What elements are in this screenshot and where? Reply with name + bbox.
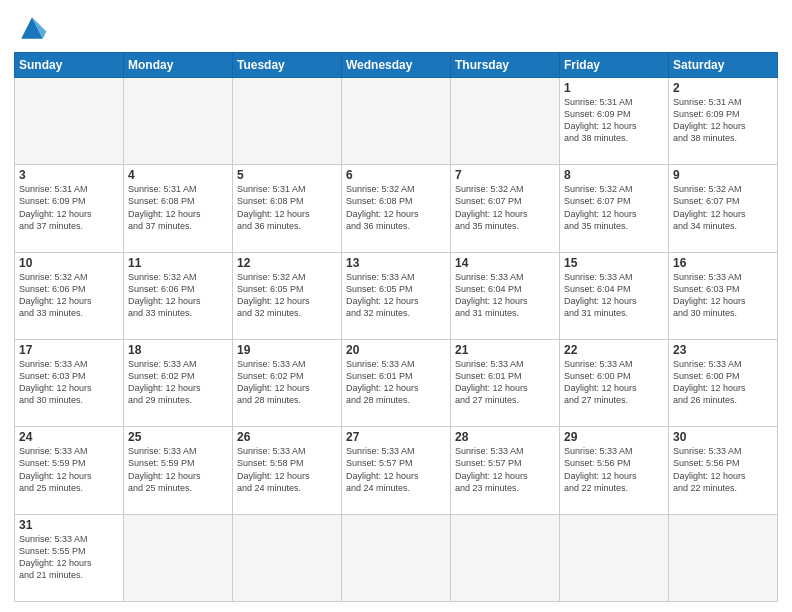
calendar-cell xyxy=(560,514,669,601)
calendar-cell: 31Sunrise: 5:33 AM Sunset: 5:55 PM Dayli… xyxy=(15,514,124,601)
day-number: 21 xyxy=(455,343,555,357)
header xyxy=(14,10,778,46)
day-info: Sunrise: 5:33 AM Sunset: 5:55 PM Dayligh… xyxy=(19,533,119,582)
calendar-cell: 3Sunrise: 5:31 AM Sunset: 6:09 PM Daylig… xyxy=(15,165,124,252)
day-number: 23 xyxy=(673,343,773,357)
day-info: Sunrise: 5:33 AM Sunset: 6:04 PM Dayligh… xyxy=(564,271,664,320)
day-info: Sunrise: 5:33 AM Sunset: 5:56 PM Dayligh… xyxy=(673,445,773,494)
calendar-cell: 4Sunrise: 5:31 AM Sunset: 6:08 PM Daylig… xyxy=(124,165,233,252)
day-number: 15 xyxy=(564,256,664,270)
weekday-header-friday: Friday xyxy=(560,53,669,78)
calendar-cell: 8Sunrise: 5:32 AM Sunset: 6:07 PM Daylig… xyxy=(560,165,669,252)
weekday-header-wednesday: Wednesday xyxy=(342,53,451,78)
day-info: Sunrise: 5:33 AM Sunset: 6:02 PM Dayligh… xyxy=(128,358,228,407)
calendar-cell: 24Sunrise: 5:33 AM Sunset: 5:59 PM Dayli… xyxy=(15,427,124,514)
day-number: 14 xyxy=(455,256,555,270)
day-number: 2 xyxy=(673,81,773,95)
weekday-header-row: SundayMondayTuesdayWednesdayThursdayFrid… xyxy=(15,53,778,78)
calendar-cell xyxy=(451,514,560,601)
weekday-header-monday: Monday xyxy=(124,53,233,78)
day-number: 26 xyxy=(237,430,337,444)
calendar-cell: 20Sunrise: 5:33 AM Sunset: 6:01 PM Dayli… xyxy=(342,339,451,426)
day-info: Sunrise: 5:33 AM Sunset: 6:03 PM Dayligh… xyxy=(19,358,119,407)
day-number: 3 xyxy=(19,168,119,182)
calendar-cell: 6Sunrise: 5:32 AM Sunset: 6:08 PM Daylig… xyxy=(342,165,451,252)
calendar-cell xyxy=(15,78,124,165)
day-info: Sunrise: 5:32 AM Sunset: 6:07 PM Dayligh… xyxy=(455,183,555,232)
calendar-cell: 5Sunrise: 5:31 AM Sunset: 6:08 PM Daylig… xyxy=(233,165,342,252)
calendar-cell: 16Sunrise: 5:33 AM Sunset: 6:03 PM Dayli… xyxy=(669,252,778,339)
weekday-header-saturday: Saturday xyxy=(669,53,778,78)
day-number: 19 xyxy=(237,343,337,357)
day-number: 20 xyxy=(346,343,446,357)
calendar-cell: 18Sunrise: 5:33 AM Sunset: 6:02 PM Dayli… xyxy=(124,339,233,426)
day-number: 5 xyxy=(237,168,337,182)
day-info: Sunrise: 5:33 AM Sunset: 6:00 PM Dayligh… xyxy=(673,358,773,407)
day-info: Sunrise: 5:31 AM Sunset: 6:08 PM Dayligh… xyxy=(237,183,337,232)
calendar-cell: 23Sunrise: 5:33 AM Sunset: 6:00 PM Dayli… xyxy=(669,339,778,426)
calendar-cell: 14Sunrise: 5:33 AM Sunset: 6:04 PM Dayli… xyxy=(451,252,560,339)
day-number: 1 xyxy=(564,81,664,95)
calendar-week-1: 3Sunrise: 5:31 AM Sunset: 6:09 PM Daylig… xyxy=(15,165,778,252)
day-number: 8 xyxy=(564,168,664,182)
calendar-cell: 22Sunrise: 5:33 AM Sunset: 6:00 PM Dayli… xyxy=(560,339,669,426)
calendar-cell: 11Sunrise: 5:32 AM Sunset: 6:06 PM Dayli… xyxy=(124,252,233,339)
day-info: Sunrise: 5:33 AM Sunset: 5:58 PM Dayligh… xyxy=(237,445,337,494)
day-number: 13 xyxy=(346,256,446,270)
day-info: Sunrise: 5:33 AM Sunset: 6:00 PM Dayligh… xyxy=(564,358,664,407)
day-info: Sunrise: 5:32 AM Sunset: 6:06 PM Dayligh… xyxy=(128,271,228,320)
calendar-cell: 15Sunrise: 5:33 AM Sunset: 6:04 PM Dayli… xyxy=(560,252,669,339)
generalblue-logo-icon xyxy=(14,10,50,46)
calendar-table: SundayMondayTuesdayWednesdayThursdayFrid… xyxy=(14,52,778,602)
day-info: Sunrise: 5:33 AM Sunset: 5:57 PM Dayligh… xyxy=(455,445,555,494)
calendar-cell xyxy=(233,514,342,601)
calendar-week-0: 1Sunrise: 5:31 AM Sunset: 6:09 PM Daylig… xyxy=(15,78,778,165)
weekday-header-tuesday: Tuesday xyxy=(233,53,342,78)
calendar-week-4: 24Sunrise: 5:33 AM Sunset: 5:59 PM Dayli… xyxy=(15,427,778,514)
day-number: 11 xyxy=(128,256,228,270)
day-info: Sunrise: 5:33 AM Sunset: 6:01 PM Dayligh… xyxy=(455,358,555,407)
calendar-cell: 30Sunrise: 5:33 AM Sunset: 5:56 PM Dayli… xyxy=(669,427,778,514)
calendar-header: SundayMondayTuesdayWednesdayThursdayFrid… xyxy=(15,53,778,78)
calendar-cell: 7Sunrise: 5:32 AM Sunset: 6:07 PM Daylig… xyxy=(451,165,560,252)
calendar-cell xyxy=(124,78,233,165)
day-number: 9 xyxy=(673,168,773,182)
day-info: Sunrise: 5:32 AM Sunset: 6:07 PM Dayligh… xyxy=(564,183,664,232)
day-number: 10 xyxy=(19,256,119,270)
day-info: Sunrise: 5:33 AM Sunset: 6:05 PM Dayligh… xyxy=(346,271,446,320)
day-info: Sunrise: 5:33 AM Sunset: 6:03 PM Dayligh… xyxy=(673,271,773,320)
day-number: 30 xyxy=(673,430,773,444)
calendar-cell: 21Sunrise: 5:33 AM Sunset: 6:01 PM Dayli… xyxy=(451,339,560,426)
day-number: 4 xyxy=(128,168,228,182)
weekday-header-sunday: Sunday xyxy=(15,53,124,78)
logo xyxy=(14,10,54,46)
calendar-cell: 13Sunrise: 5:33 AM Sunset: 6:05 PM Dayli… xyxy=(342,252,451,339)
calendar-cell: 12Sunrise: 5:32 AM Sunset: 6:05 PM Dayli… xyxy=(233,252,342,339)
day-number: 22 xyxy=(564,343,664,357)
day-number: 27 xyxy=(346,430,446,444)
day-info: Sunrise: 5:33 AM Sunset: 5:57 PM Dayligh… xyxy=(346,445,446,494)
day-info: Sunrise: 5:31 AM Sunset: 6:08 PM Dayligh… xyxy=(128,183,228,232)
day-info: Sunrise: 5:33 AM Sunset: 6:01 PM Dayligh… xyxy=(346,358,446,407)
day-number: 17 xyxy=(19,343,119,357)
day-number: 29 xyxy=(564,430,664,444)
page: SundayMondayTuesdayWednesdayThursdayFrid… xyxy=(0,0,792,612)
day-info: Sunrise: 5:32 AM Sunset: 6:08 PM Dayligh… xyxy=(346,183,446,232)
calendar-cell: 29Sunrise: 5:33 AM Sunset: 5:56 PM Dayli… xyxy=(560,427,669,514)
calendar-week-2: 10Sunrise: 5:32 AM Sunset: 6:06 PM Dayli… xyxy=(15,252,778,339)
calendar-cell: 28Sunrise: 5:33 AM Sunset: 5:57 PM Dayli… xyxy=(451,427,560,514)
calendar-week-5: 31Sunrise: 5:33 AM Sunset: 5:55 PM Dayli… xyxy=(15,514,778,601)
calendar-cell: 25Sunrise: 5:33 AM Sunset: 5:59 PM Dayli… xyxy=(124,427,233,514)
day-number: 31 xyxy=(19,518,119,532)
calendar-cell: 26Sunrise: 5:33 AM Sunset: 5:58 PM Dayli… xyxy=(233,427,342,514)
calendar-cell xyxy=(342,78,451,165)
day-info: Sunrise: 5:31 AM Sunset: 6:09 PM Dayligh… xyxy=(19,183,119,232)
calendar-body: 1Sunrise: 5:31 AM Sunset: 6:09 PM Daylig… xyxy=(15,78,778,602)
day-info: Sunrise: 5:33 AM Sunset: 5:59 PM Dayligh… xyxy=(19,445,119,494)
day-number: 12 xyxy=(237,256,337,270)
day-number: 28 xyxy=(455,430,555,444)
calendar-cell xyxy=(451,78,560,165)
calendar-cell: 17Sunrise: 5:33 AM Sunset: 6:03 PM Dayli… xyxy=(15,339,124,426)
day-info: Sunrise: 5:31 AM Sunset: 6:09 PM Dayligh… xyxy=(564,96,664,145)
calendar-cell: 2Sunrise: 5:31 AM Sunset: 6:09 PM Daylig… xyxy=(669,78,778,165)
